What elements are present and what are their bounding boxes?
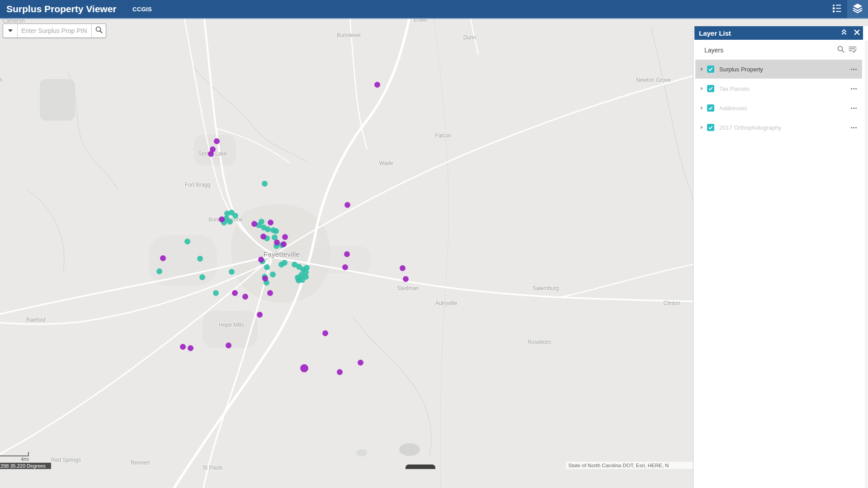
- map-point-purple[interactable]: [180, 344, 186, 350]
- map-point-purple[interactable]: [262, 276, 268, 282]
- layers-toolbar: Layers: [693, 41, 863, 60]
- map-point-purple[interactable]: [400, 265, 406, 271]
- map-place-label: Hope Mills: [219, 322, 244, 328]
- map-point-purple[interactable]: [403, 276, 409, 282]
- search-widget: [3, 23, 106, 38]
- expand-arrow-icon[interactable]: [701, 87, 703, 90]
- map-place-label: Raeford: [26, 317, 46, 323]
- map-point-purple[interactable]: [208, 151, 214, 157]
- map-point-purple[interactable]: [160, 255, 166, 261]
- legend-icon: [832, 3, 842, 15]
- close-icon: [854, 29, 860, 37]
- expand-arrow-icon[interactable]: [701, 67, 703, 71]
- layer-row[interactable]: Surplus Property: [695, 60, 862, 79]
- magnifier-icon: [95, 26, 103, 36]
- app-header: Surplus Property Viewer CCGIS: [0, 0, 868, 19]
- layer-visibility-checkbox[interactable]: [707, 104, 714, 112]
- map-place-label: Falcon: [435, 132, 451, 139]
- layer-menu-button[interactable]: [850, 105, 858, 112]
- dropdown-caret-icon: [8, 29, 13, 32]
- layer-label: Tax Parcels: [719, 85, 750, 92]
- map-point-purple[interactable]: [281, 241, 287, 247]
- panel-collapse-button[interactable]: [838, 26, 850, 40]
- map-place-label: Newton Grove: [636, 77, 671, 83]
- layer-visibility-checkbox[interactable]: [707, 66, 714, 73]
- map-point-purple[interactable]: [374, 82, 380, 88]
- map-point-teal[interactable]: [199, 274, 205, 280]
- map-point-purple[interactable]: [267, 290, 273, 296]
- map-point-teal[interactable]: [156, 268, 162, 274]
- layer-row[interactable]: 2017 Orthophotography: [695, 118, 862, 137]
- map-point-teal[interactable]: [213, 290, 219, 296]
- map-point-teal[interactable]: [303, 274, 309, 280]
- map-point-teal[interactable]: [304, 265, 310, 271]
- map-place-label: Fayetteville: [264, 250, 300, 258]
- map-point-purple[interactable]: [232, 290, 238, 296]
- panel-close-button[interactable]: [850, 26, 863, 40]
- layer-visibility-checkbox[interactable]: [707, 124, 714, 131]
- attribute-table-tab[interactable]: [406, 465, 435, 469]
- coordinates-readout: 298 35.220 Degrees: [0, 463, 51, 469]
- panel-scrollbar[interactable]: [865, 41, 868, 488]
- layer-visibility-checkbox[interactable]: [707, 85, 714, 92]
- map-point-purple[interactable]: [268, 220, 274, 225]
- map-point-purple[interactable]: [258, 257, 264, 263]
- layer-list-button[interactable]: [847, 0, 868, 18]
- map-point-purple[interactable]: [257, 312, 263, 318]
- toggle-all-layers-button[interactable]: [847, 44, 859, 56]
- layers-icon: [852, 3, 863, 15]
- map-place-label: St Pauls: [203, 465, 223, 471]
- map-place-label: s: [0, 76, 2, 83]
- expand-arrow-icon[interactable]: [701, 106, 703, 110]
- layer-menu-button[interactable]: [850, 124, 858, 131]
- map-point-teal[interactable]: [265, 226, 271, 232]
- search-submit-button[interactable]: [91, 24, 106, 38]
- map-point-purple[interactable]: [274, 239, 280, 245]
- layer-menu-button[interactable]: [850, 66, 858, 73]
- map-point-purple[interactable]: [260, 234, 266, 239]
- layer-menu-button[interactable]: [850, 85, 858, 92]
- map-point-purple[interactable]: [219, 216, 225, 222]
- expand-arrow-icon[interactable]: [701, 126, 703, 129]
- app-title: Surplus Property Viewer: [6, 4, 117, 14]
- app-subtitle: CCGIS: [132, 6, 152, 13]
- map-point-purple[interactable]: [337, 369, 343, 375]
- map-point-purple[interactable]: [282, 234, 288, 240]
- map-place-label: Autryville: [435, 300, 458, 306]
- legend-button[interactable]: [826, 0, 847, 18]
- map-point-teal[interactable]: [184, 239, 190, 244]
- search-source-dropdown[interactable]: [3, 24, 18, 38]
- map-point-teal[interactable]: [270, 272, 276, 277]
- layer-search-button[interactable]: [835, 44, 847, 56]
- map-point-teal[interactable]: [273, 228, 279, 234]
- map-point-purple[interactable]: [344, 202, 350, 208]
- map-point-purple[interactable]: [188, 345, 193, 351]
- layer-row[interactable]: Addresses: [695, 99, 862, 117]
- map-point-purple[interactable]: [300, 364, 308, 372]
- layer-list: Surplus PropertyTax ParcelsAddresses2017…: [695, 60, 862, 137]
- map-point-purple[interactable]: [358, 360, 363, 366]
- layer-row[interactable]: Tax Parcels: [695, 79, 862, 98]
- map-point-purple[interactable]: [242, 294, 248, 300]
- map-point-teal[interactable]: [197, 256, 203, 262]
- map-point-purple[interactable]: [322, 330, 328, 336]
- map-place-label: Roseboro: [528, 339, 551, 345]
- map-point-teal[interactable]: [264, 264, 270, 270]
- map-point-teal[interactable]: [262, 181, 268, 187]
- map-place-label: Wade: [379, 160, 393, 166]
- map-point-teal[interactable]: [229, 269, 235, 275]
- scale-bar: 4mi: [0, 450, 36, 461]
- map-place-label: Rennert: [131, 460, 150, 466]
- map-point-teal[interactable]: [227, 219, 233, 225]
- map-point-purple[interactable]: [342, 264, 348, 270]
- map-point-teal[interactable]: [282, 260, 288, 266]
- search-input[interactable]: [18, 24, 91, 38]
- map-point-purple[interactable]: [251, 221, 257, 227]
- map-point-purple[interactable]: [214, 138, 220, 144]
- map-point-purple[interactable]: [226, 343, 231, 348]
- map-point-teal[interactable]: [232, 213, 238, 219]
- map-point-purple[interactable]: [344, 251, 350, 257]
- layer-label: Surplus Property: [719, 66, 763, 73]
- map-place-label: Clinton: [663, 300, 680, 306]
- map-point-teal[interactable]: [296, 277, 302, 283]
